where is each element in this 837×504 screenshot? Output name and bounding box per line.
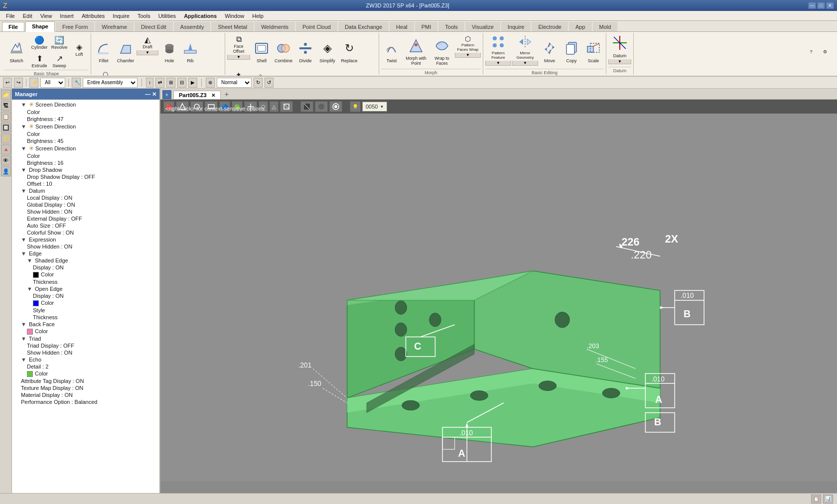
tree-color-2[interactable]: Color <box>13 130 158 137</box>
cmd-btn2[interactable]: ⇄ <box>155 78 164 88</box>
menu-utilities[interactable]: Utilities <box>154 12 180 20</box>
vp-add-btn[interactable]: + <box>162 90 171 99</box>
tree-screen-direction-2[interactable]: ▼ ✳ Screen Direction <box>13 123 158 130</box>
btn-lip[interactable]: Lip <box>118 70 137 77</box>
tab-app[interactable]: App <box>569 22 592 31</box>
tree-edge[interactable]: ▼ Edge <box>13 250 158 257</box>
tree-back-face[interactable]: ▼ Back Face <box>13 321 158 328</box>
btn-draft-arrow[interactable]: ▼ <box>137 50 158 55</box>
btn-morph-with-point[interactable]: Morph with Point <box>403 34 429 69</box>
filter-select[interactable]: All <box>40 78 65 88</box>
btn-extrude[interactable]: ⬆ Extrude <box>30 52 49 70</box>
tree-back-face-color[interactable]: Color <box>13 328 158 335</box>
menu-inquire[interactable]: Inquire <box>109 12 134 20</box>
tab-direct-edit[interactable]: Direct Edit <box>135 22 173 31</box>
mgr-icon-1[interactable]: 📁 <box>1 90 11 100</box>
mgr-icon-4[interactable]: 🔲 <box>1 123 11 132</box>
btn-inlay[interactable]: ⬦ Inlay <box>251 70 270 77</box>
tab-wireframe[interactable]: Wireframe <box>95 22 134 31</box>
btn-simplify[interactable]: ◈ Simplify <box>317 34 338 69</box>
btn-revolve[interactable]: 🔄 Revolve <box>50 34 69 51</box>
light-value[interactable]: 0050 ▼ <box>362 102 387 112</box>
btn-help[interactable]: ? <box>805 48 817 60</box>
btn-pattern-faces-arrow[interactable]: ▼ <box>455 53 481 58</box>
cmd-undo[interactable]: ↩ <box>3 78 12 88</box>
tab-tools[interactable]: Tools <box>438 22 464 31</box>
mgr-icon-3[interactable]: 📋 <box>1 112 11 122</box>
btn-mirror-geometry[interactable]: Mirror Geometry <box>512 34 538 61</box>
vp-light-icon[interactable]: 💡 <box>350 101 361 112</box>
part-3d-view[interactable]: .226 2X .220 .010 B .010 A <box>160 115 837 481</box>
tree-expression[interactable]: ▼ Expression <box>13 236 158 243</box>
btn-combine[interactable]: Combine <box>273 34 294 69</box>
menu-insert[interactable]: Insert <box>56 12 78 20</box>
tab-data-exchange[interactable]: Data Exchange <box>338 22 389 31</box>
btn-wrap-to-faces[interactable]: Wrap to Faces <box>430 34 454 69</box>
tree-color-3[interactable]: Color <box>13 152 158 159</box>
close-button[interactable]: ✕ <box>826 2 834 9</box>
manager-close[interactable]: ✕ <box>152 91 156 98</box>
cmd-assembly-icon[interactable]: 🔧 <box>72 78 81 88</box>
vp-shading-3[interactable] <box>329 101 342 112</box>
vp-filter-9[interactable]: △ <box>270 101 279 112</box>
vp-shading-2[interactable] <box>315 101 328 112</box>
cmd-btn3[interactable]: ⊞ <box>166 78 175 88</box>
tab-electrode[interactable]: Electrode <box>532 22 567 31</box>
status-icon-1[interactable]: 📋 <box>811 495 821 504</box>
btn-settings[interactable]: ⚙ <box>819 48 831 60</box>
btn-rib[interactable]: Rib <box>181 34 200 69</box>
tab-visualize[interactable]: Visualize <box>465 22 500 31</box>
maximize-button[interactable]: □ <box>817 2 825 9</box>
tree-drop-shadow[interactable]: ▼ Drop Shadow <box>13 166 158 173</box>
tree-screen-direction-3[interactable]: ▼ ✳ Screen Direction <box>13 144 158 152</box>
btn-draft[interactable]: ◭ Draft <box>137 34 158 50</box>
cmd-btn4[interactable]: ⊟ <box>177 78 186 88</box>
btn-hole[interactable]: Hole <box>159 34 180 69</box>
btn-sketch[interactable]: Sketch <box>4 34 29 69</box>
menu-attributes[interactable]: Attributes <box>78 12 109 20</box>
mgr-icon-8[interactable]: 👤 <box>1 166 11 176</box>
menu-applications[interactable]: Applications <box>180 12 221 20</box>
btn-chamfer[interactable]: Chamfer <box>115 34 136 69</box>
vp-tab-add[interactable]: + <box>222 89 232 99</box>
mgr-icon-5[interactable]: ⚡ <box>1 133 11 143</box>
assembly-select[interactable]: Entire Assembly <box>83 78 138 88</box>
btn-datum[interactable]: Datum <box>608 34 631 59</box>
cmd-btn6[interactable]: ↻ <box>254 78 263 88</box>
tab-heal[interactable]: Heal <box>390 22 414 31</box>
btn-datum-arrow[interactable]: ▼ <box>608 59 631 64</box>
btn-move[interactable]: Move <box>539 34 560 69</box>
tree-shaded-edge[interactable]: ▼ Shaded Edge <box>13 257 158 264</box>
menu-help[interactable]: Help <box>248 12 268 20</box>
canvas-area[interactable]: 🔴 🔵 🟢 ⬡ △ <box>160 100 837 481</box>
tab-inquire[interactable]: Inquire <box>501 22 531 31</box>
tab-sheet-metal[interactable]: Sheet Metal <box>211 22 254 31</box>
manager-minimize[interactable]: — <box>145 91 150 98</box>
btn-loft[interactable]: ◈ Loft <box>70 34 89 65</box>
tab-assembly[interactable]: Assembly <box>174 22 211 31</box>
menu-view[interactable]: View <box>36 12 56 20</box>
btn-replace[interactable]: ↻ Replace <box>339 34 360 69</box>
tree-datum[interactable]: ▼ Datum <box>13 187 158 194</box>
tab-file[interactable]: File <box>2 22 24 31</box>
btn-fillet[interactable]: Fillet <box>93 34 114 69</box>
btn-shell[interactable]: Shell <box>251 34 272 69</box>
btn-twist[interactable]: Twist <box>381 34 402 69</box>
tab-pmi[interactable]: PMI <box>415 22 438 31</box>
menu-tools[interactable]: Tools <box>134 12 154 20</box>
tree-open-edge[interactable]: ▼ Open Edge <box>13 285 158 292</box>
cmd-normal-icon[interactable]: ⊛ <box>206 78 215 88</box>
mgr-icon-2[interactable]: 🏗 <box>1 101 11 111</box>
tab-point-cloud[interactable]: Point Cloud <box>296 22 337 31</box>
tree-echo[interactable]: ▼ Echo <box>13 356 158 363</box>
btn-pattern-feature-arrow[interactable]: ▼ <box>485 61 511 66</box>
btn-pattern-faces-wrap[interactable]: ⬡ Pattern Faces Wrap <box>455 34 481 53</box>
btn-face-offset-arrow[interactable]: ▼ <box>227 55 250 60</box>
tab-shape[interactable]: Shape <box>25 21 55 32</box>
minimize-button[interactable]: — <box>808 2 816 9</box>
mgr-icon-6[interactable]: 🔺 <box>1 144 11 154</box>
tree-color-1[interactable]: Color <box>13 109 158 116</box>
tree-triad[interactable]: ▼ Triad <box>13 335 158 342</box>
vp-tab-part005[interactable]: Part005.Z3 ✕ <box>173 91 221 99</box>
btn-face-offset[interactable]: ⧉ Face Offset <box>227 34 250 55</box>
